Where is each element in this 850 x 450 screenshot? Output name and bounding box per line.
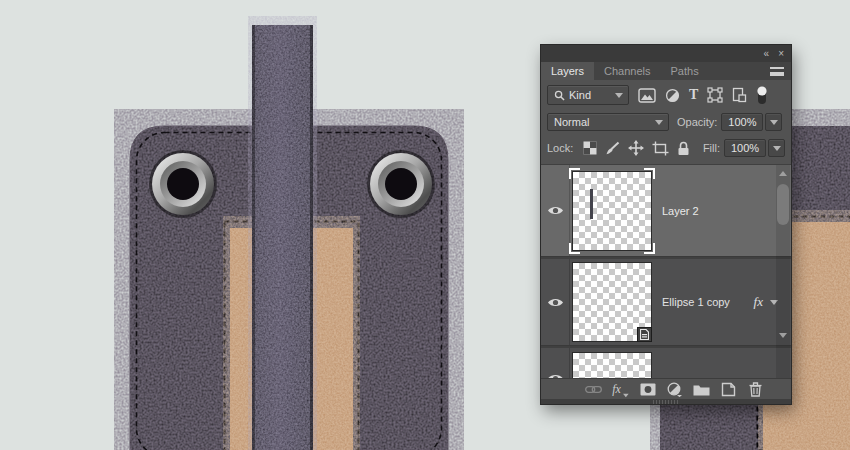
panel-footer: fx <box>541 378 791 399</box>
selection-bracket <box>569 243 580 254</box>
opacity-input[interactable]: 100% <box>721 113 763 131</box>
delete-layer-icon[interactable] <box>747 381 764 398</box>
fx-badge[interactable]: fx <box>754 294 763 310</box>
filter-row: Kind <box>547 85 785 105</box>
tab-layers[interactable]: Layers <box>541 62 594 80</box>
scrollbar[interactable] <box>776 165 790 378</box>
search-icon <box>554 90 565 101</box>
visibility-toggle[interactable] <box>541 165 570 256</box>
smart-object-badge-icon <box>637 327 652 342</box>
panel-resize-strip[interactable] <box>541 399 791 404</box>
shape-filter-icon[interactable] <box>707 87 723 103</box>
lock-row: Lock: <box>547 139 785 157</box>
photoshop-workspace: « × Layers Channels Paths Kind <box>0 0 850 450</box>
chevron-down-icon <box>615 93 622 98</box>
layer-style-icon[interactable]: fx <box>612 381 629 398</box>
visibility-toggle[interactable] <box>541 259 570 345</box>
scrollbar-thumb[interactable] <box>777 184 789 225</box>
lock-artboard-icon[interactable] <box>652 141 669 156</box>
tab-channels[interactable]: Channels <box>594 62 660 80</box>
adjustment-filter-icon[interactable] <box>665 88 680 103</box>
layer-name[interactable]: Ellipse 1 copy <box>662 296 730 308</box>
lock-buttons <box>583 140 690 156</box>
new-layer-icon[interactable] <box>720 381 737 398</box>
visibility-toggle[interactable] <box>541 348 570 378</box>
kind-filter-dropdown[interactable]: Kind <box>547 85 629 105</box>
panel-controls: Kind <box>541 80 791 165</box>
fill-dropdown-button[interactable] <box>768 139 785 157</box>
chevron-down-icon <box>655 120 662 125</box>
new-group-icon[interactable] <box>693 381 710 398</box>
layer-thumbnail[interactable] <box>572 262 652 342</box>
layer-effects: fx <box>754 259 777 345</box>
chevron-down-icon <box>770 120 777 125</box>
filter-type-buttons: T <box>638 86 768 105</box>
close-panel-icon[interactable]: × <box>778 49 784 59</box>
blend-mode-value: Normal <box>554 116 589 128</box>
panel-tabs: Layers Channels Paths <box>541 62 791 80</box>
link-layers-icon[interactable] <box>585 381 602 398</box>
layer-row-partial[interactable] <box>541 348 791 378</box>
panel-titlebar: « × <box>541 45 791 62</box>
grommet-left <box>149 150 217 218</box>
eye-icon <box>547 297 564 308</box>
lock-transparency-icon[interactable] <box>583 141 597 155</box>
opacity-dropdown-button[interactable] <box>765 113 782 131</box>
fill-input[interactable]: 100% <box>724 139 766 157</box>
thumbnail-content <box>590 189 593 219</box>
strap <box>252 25 313 450</box>
selection-bracket <box>569 168 580 179</box>
eye-icon <box>547 205 564 216</box>
layer-name[interactable]: Layer 2 <box>662 205 699 217</box>
opacity-label: Opacity: <box>677 116 717 128</box>
kind-label: Kind <box>569 89 591 101</box>
type-filter-icon[interactable]: T <box>689 87 698 103</box>
lock-position-icon[interactable] <box>628 140 644 156</box>
pixel-filter-icon[interactable] <box>638 88 656 103</box>
tab-paths[interactable]: Paths <box>661 62 709 80</box>
blend-row: Normal Opacity: 100% <box>547 113 785 131</box>
eye-icon <box>547 373 564 379</box>
filter-toggle-icon[interactable] <box>756 86 768 105</box>
layer-row-layer-2[interactable]: Layer 2 <box>541 165 791 256</box>
lock-paint-icon[interactable] <box>605 141 620 156</box>
layer-thumbnail[interactable] <box>572 352 652 378</box>
resize-grip-icon[interactable] <box>653 400 679 404</box>
layer-mask-icon[interactable] <box>639 381 656 398</box>
smart-object-filter-icon[interactable] <box>732 87 747 103</box>
layers-panel: « × Layers Channels Paths Kind <box>541 45 791 404</box>
collapse-panel-icon[interactable]: « <box>764 49 770 59</box>
fill-label: Fill: <box>703 142 720 154</box>
lock-label: Lock: <box>547 142 573 154</box>
chevron-down-icon <box>773 146 780 151</box>
layer-row-ellipse-1-copy[interactable]: Ellipse 1 copy fx <box>541 259 791 345</box>
selection-bracket <box>644 243 655 254</box>
scroll-down-icon[interactable] <box>779 333 787 338</box>
grommet-right <box>367 150 435 218</box>
layer-list: Layer 2 <box>541 165 791 378</box>
adjustment-layer-icon[interactable] <box>666 381 683 398</box>
layer-thumbnail[interactable] <box>572 171 652 251</box>
selection-bracket <box>644 168 655 179</box>
lock-all-icon[interactable] <box>677 141 690 156</box>
scroll-up-icon[interactable] <box>779 171 787 176</box>
panel-menu-icon[interactable] <box>770 67 784 76</box>
blend-mode-dropdown[interactable]: Normal <box>547 113 669 131</box>
